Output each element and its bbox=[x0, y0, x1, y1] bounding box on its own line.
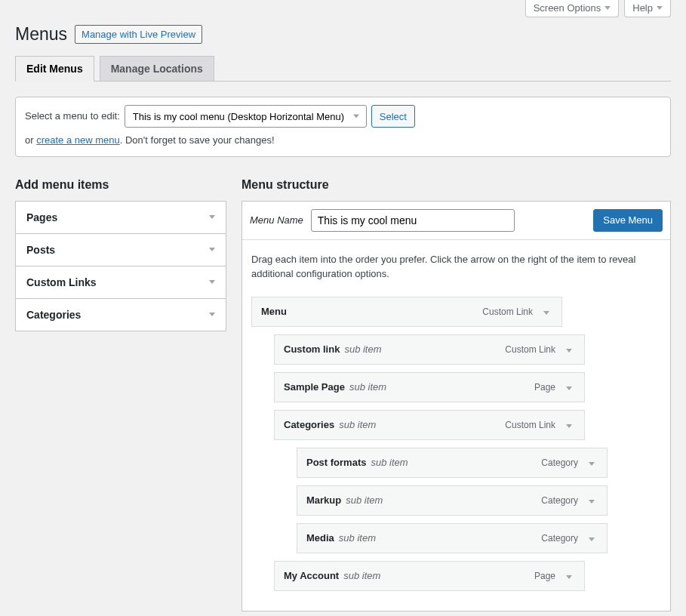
caret-down-icon bbox=[566, 387, 572, 390]
menu-structure-title: Menu structure bbox=[241, 178, 671, 192]
tab-manage-locations[interactable]: Manage Locations bbox=[100, 56, 214, 81]
page-title: Menus bbox=[15, 24, 67, 45]
menu-item-type: Category bbox=[541, 495, 578, 506]
menu-item-subtext: sub item bbox=[371, 457, 408, 468]
menu-item-title: Markup bbox=[306, 494, 341, 506]
menu-item[interactable]: Markup sub item Category bbox=[297, 485, 608, 516]
accordion-label: Categories bbox=[26, 309, 81, 321]
accordion-pages[interactable]: Pages bbox=[16, 202, 226, 233]
menu-item-title: Categories bbox=[284, 419, 334, 430]
menu-item-subtext: sub item bbox=[346, 494, 383, 506]
menu-item-subtext: sub item bbox=[349, 381, 386, 393]
menu-item-subtext: sub item bbox=[339, 532, 376, 544]
caret-down-icon bbox=[604, 6, 611, 10]
menu-item-toggle[interactable] bbox=[563, 379, 575, 396]
caret-down-icon bbox=[589, 500, 595, 504]
menu-item[interactable]: Sample Page sub item Page bbox=[274, 372, 585, 402]
menu-item-toggle[interactable] bbox=[563, 341, 575, 358]
caret-down-icon bbox=[543, 311, 549, 315]
menu-item-title: Sample Page bbox=[284, 381, 345, 393]
menu-item-title: My Account bbox=[284, 570, 339, 581]
menu-item-title: Post formats bbox=[306, 457, 366, 468]
accordion-label: Custom Links bbox=[26, 276, 97, 288]
menu-item[interactable]: My Account sub item Page bbox=[274, 561, 585, 591]
menu-item[interactable]: Media sub item Category bbox=[297, 523, 608, 553]
reminder-text: . Don't forget to save your changes! bbox=[120, 134, 275, 146]
menu-item-type: Custom Link bbox=[505, 344, 555, 355]
menu-item-toggle[interactable] bbox=[563, 568, 575, 584]
menu-select-panel: Select a menu to edit: This is my cool m… bbox=[15, 97, 671, 157]
menu-name-label: Menu Name bbox=[250, 214, 311, 226]
menu-item-title: Media bbox=[306, 532, 334, 544]
menu-item-toggle[interactable] bbox=[586, 492, 598, 509]
save-menu-button[interactable]: Save Menu bbox=[593, 209, 663, 232]
tabs: Edit Menus Manage Locations bbox=[15, 56, 671, 82]
caret-down-icon bbox=[589, 537, 595, 541]
accordion-custom-links[interactable]: Custom Links bbox=[16, 266, 226, 298]
menu-item[interactable]: Categories sub item Custom Link bbox=[274, 410, 585, 440]
instructions-text: Drag each item into the order you prefer… bbox=[251, 252, 661, 282]
help-button[interactable]: Help bbox=[624, 0, 671, 17]
caret-down-icon bbox=[209, 248, 215, 251]
caret-down-icon bbox=[589, 462, 595, 466]
add-items-accordion: Pages Posts Custom Links Categories bbox=[15, 201, 226, 331]
menu-item-toggle[interactable] bbox=[586, 530, 598, 547]
tab-edit-menus[interactable]: Edit Menus bbox=[15, 56, 94, 82]
menu-item-subtext: sub item bbox=[344, 343, 381, 355]
menu-structure-panel: Menu Name Save Menu Drag each item into … bbox=[241, 201, 671, 611]
caret-down-icon bbox=[209, 313, 215, 316]
screen-options-button[interactable]: Screen Options bbox=[525, 0, 620, 17]
menu-item-type: Custom Link bbox=[505, 420, 555, 430]
caret-down-icon bbox=[566, 575, 572, 579]
menu-item-toggle[interactable] bbox=[563, 417, 575, 433]
menu-item-toggle[interactable] bbox=[586, 454, 598, 471]
create-new-menu-link[interactable]: create a new menu bbox=[36, 134, 120, 146]
menu-item-toggle[interactable] bbox=[540, 303, 552, 320]
menu-select[interactable]: This is my cool menu (Desktop Horizontal… bbox=[125, 105, 367, 128]
menu-item-type: Page bbox=[534, 571, 555, 581]
help-label: Help bbox=[632, 2, 653, 14]
menu-item-title: Menu bbox=[261, 306, 287, 317]
or-text: or bbox=[25, 134, 36, 146]
select-button[interactable]: Select bbox=[371, 105, 415, 128]
menu-item[interactable]: Custom link sub item Custom Link bbox=[274, 334, 585, 365]
menu-item-title: Custom link bbox=[284, 343, 340, 355]
accordion-label: Posts bbox=[26, 244, 55, 256]
add-menu-items-title: Add menu items bbox=[15, 178, 226, 192]
live-preview-button[interactable]: Manage with Live Preview bbox=[75, 25, 202, 44]
menu-name-input[interactable] bbox=[311, 209, 515, 232]
caret-down-icon bbox=[657, 6, 663, 10]
accordion-label: Pages bbox=[26, 211, 57, 223]
menu-item-type: Category bbox=[541, 457, 578, 468]
menu-item-type: Page bbox=[534, 382, 555, 393]
screen-options-label: Screen Options bbox=[534, 2, 601, 14]
caret-down-icon bbox=[566, 424, 572, 428]
select-menu-label: Select a menu to edit: bbox=[25, 109, 120, 125]
caret-down-icon bbox=[566, 349, 572, 353]
menu-item-subtext: sub item bbox=[339, 419, 376, 430]
menu-item-type: Category bbox=[541, 533, 578, 544]
accordion-posts[interactable]: Posts bbox=[16, 234, 226, 266]
caret-down-icon bbox=[209, 280, 215, 284]
menu-item-subtext: sub item bbox=[343, 570, 380, 581]
menu-item[interactable]: Post formats sub item Category bbox=[297, 448, 608, 478]
menu-item[interactable]: Menu Custom Link bbox=[251, 297, 562, 327]
caret-down-icon bbox=[209, 215, 215, 219]
menu-item-type: Custom Link bbox=[482, 306, 533, 317]
menu-items-list: Menu Custom Link Custom link sub item Cu… bbox=[251, 297, 661, 591]
accordion-categories[interactable]: Categories bbox=[16, 299, 226, 331]
